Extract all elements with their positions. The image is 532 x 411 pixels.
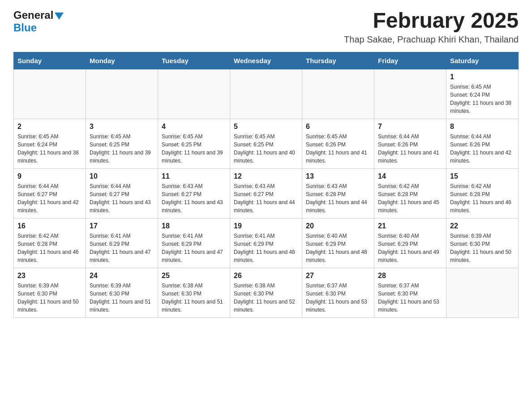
column-header-wednesday: Wednesday xyxy=(230,52,302,69)
calendar-cell: 18Sunrise: 6:41 AM Sunset: 6:29 PM Dayli… xyxy=(158,218,230,268)
calendar-cell: 12Sunrise: 6:43 AM Sunset: 6:27 PM Dayli… xyxy=(230,168,302,218)
day-info: Sunrise: 6:45 AM Sunset: 6:26 PM Dayligh… xyxy=(306,133,370,165)
day-number: 21 xyxy=(378,222,442,230)
day-number: 4 xyxy=(162,123,226,131)
calendar-body: 1Sunrise: 6:45 AM Sunset: 6:24 PM Daylig… xyxy=(14,69,519,317)
calendar-cell: 3Sunrise: 6:45 AM Sunset: 6:25 PM Daylig… xyxy=(86,119,158,168)
calendar-cell: 23Sunrise: 6:39 AM Sunset: 6:30 PM Dayli… xyxy=(14,268,86,317)
day-info: Sunrise: 6:42 AM Sunset: 6:28 PM Dayligh… xyxy=(378,182,442,214)
day-info: Sunrise: 6:40 AM Sunset: 6:29 PM Dayligh… xyxy=(378,232,442,264)
day-number: 26 xyxy=(234,272,298,280)
day-number: 27 xyxy=(306,272,370,280)
day-number: 9 xyxy=(17,172,82,180)
calendar-week-row: 16Sunrise: 6:42 AM Sunset: 6:28 PM Dayli… xyxy=(14,218,519,268)
calendar-cell xyxy=(374,69,446,119)
calendar-cell xyxy=(14,69,86,119)
day-info: Sunrise: 6:40 AM Sunset: 6:29 PM Dayligh… xyxy=(306,232,370,264)
column-header-thursday: Thursday xyxy=(302,52,374,69)
column-header-sunday: Sunday xyxy=(14,52,86,69)
calendar-cell: 17Sunrise: 6:41 AM Sunset: 6:29 PM Dayli… xyxy=(86,218,158,268)
calendar-cell: 8Sunrise: 6:44 AM Sunset: 6:26 PM Daylig… xyxy=(446,119,519,168)
calendar-header: SundayMondayTuesdayWednesdayThursdayFrid… xyxy=(14,52,519,69)
calendar-cell: 1Sunrise: 6:45 AM Sunset: 6:24 PM Daylig… xyxy=(446,69,519,119)
calendar-cell: 24Sunrise: 6:39 AM Sunset: 6:30 PM Dayli… xyxy=(86,268,158,317)
calendar-cell: 19Sunrise: 6:41 AM Sunset: 6:29 PM Dayli… xyxy=(230,218,302,268)
page-header: General Blue February 2025 Thap Sakae, P… xyxy=(13,9,519,45)
day-number: 12 xyxy=(234,172,298,180)
calendar-cell: 22Sunrise: 6:39 AM Sunset: 6:30 PM Dayli… xyxy=(446,218,519,268)
day-number: 25 xyxy=(162,272,226,280)
day-number: 20 xyxy=(306,222,370,230)
calendar-cell xyxy=(86,69,158,119)
calendar-subtitle: Thap Sakae, Prachuap Khiri Khan, Thailan… xyxy=(344,34,519,45)
day-info: Sunrise: 6:44 AM Sunset: 6:27 PM Dayligh… xyxy=(17,182,82,214)
day-info: Sunrise: 6:41 AM Sunset: 6:29 PM Dayligh… xyxy=(234,232,298,264)
calendar-cell: 15Sunrise: 6:42 AM Sunset: 6:28 PM Dayli… xyxy=(446,168,519,218)
calendar-cell: 5Sunrise: 6:45 AM Sunset: 6:25 PM Daylig… xyxy=(230,119,302,168)
day-info: Sunrise: 6:43 AM Sunset: 6:27 PM Dayligh… xyxy=(234,182,298,214)
calendar-cell xyxy=(158,69,230,119)
calendar-cell: 9Sunrise: 6:44 AM Sunset: 6:27 PM Daylig… xyxy=(14,168,86,218)
title-block: February 2025 Thap Sakae, Prachuap Khiri… xyxy=(344,9,519,45)
calendar-cell xyxy=(302,69,374,119)
day-number: 6 xyxy=(306,123,370,131)
calendar-table: SundayMondayTuesdayWednesdayThursdayFrid… xyxy=(13,52,519,318)
day-info: Sunrise: 6:41 AM Sunset: 6:29 PM Dayligh… xyxy=(162,232,226,264)
column-header-saturday: Saturday xyxy=(446,52,519,69)
day-number: 15 xyxy=(450,172,515,180)
day-number: 1 xyxy=(450,73,515,81)
day-info: Sunrise: 6:45 AM Sunset: 6:25 PM Dayligh… xyxy=(162,133,226,165)
day-info: Sunrise: 6:45 AM Sunset: 6:25 PM Dayligh… xyxy=(90,133,154,165)
day-info: Sunrise: 6:42 AM Sunset: 6:28 PM Dayligh… xyxy=(450,182,515,214)
day-info: Sunrise: 6:45 AM Sunset: 6:24 PM Dayligh… xyxy=(450,83,515,115)
header-row: SundayMondayTuesdayWednesdayThursdayFrid… xyxy=(14,52,519,69)
column-header-friday: Friday xyxy=(374,52,446,69)
calendar-title: February 2025 xyxy=(344,9,519,33)
calendar-week-row: 1Sunrise: 6:45 AM Sunset: 6:24 PM Daylig… xyxy=(14,69,519,119)
logo: General Blue xyxy=(13,9,64,34)
day-number: 17 xyxy=(90,222,154,230)
day-info: Sunrise: 6:45 AM Sunset: 6:25 PM Dayligh… xyxy=(234,133,298,165)
column-header-monday: Monday xyxy=(86,52,158,69)
calendar-week-row: 2Sunrise: 6:45 AM Sunset: 6:24 PM Daylig… xyxy=(14,119,519,168)
calendar-cell xyxy=(446,268,519,317)
day-info: Sunrise: 6:39 AM Sunset: 6:30 PM Dayligh… xyxy=(450,232,515,264)
calendar-cell: 16Sunrise: 6:42 AM Sunset: 6:28 PM Dayli… xyxy=(14,218,86,268)
calendar-cell: 11Sunrise: 6:43 AM Sunset: 6:27 PM Dayli… xyxy=(158,168,230,218)
day-info: Sunrise: 6:43 AM Sunset: 6:28 PM Dayligh… xyxy=(306,182,370,214)
day-info: Sunrise: 6:39 AM Sunset: 6:30 PM Dayligh… xyxy=(90,282,154,314)
day-number: 18 xyxy=(162,222,226,230)
calendar-cell: 10Sunrise: 6:44 AM Sunset: 6:27 PM Dayli… xyxy=(86,168,158,218)
day-number: 28 xyxy=(378,272,442,280)
day-number: 11 xyxy=(162,172,226,180)
column-header-tuesday: Tuesday xyxy=(158,52,230,69)
day-info: Sunrise: 6:38 AM Sunset: 6:30 PM Dayligh… xyxy=(234,282,298,314)
logo-blue-text: Blue xyxy=(13,21,37,34)
day-number: 16 xyxy=(17,222,82,230)
day-number: 24 xyxy=(90,272,154,280)
day-number: 3 xyxy=(90,123,154,131)
day-info: Sunrise: 6:42 AM Sunset: 6:28 PM Dayligh… xyxy=(17,232,82,264)
calendar-cell: 2Sunrise: 6:45 AM Sunset: 6:24 PM Daylig… xyxy=(14,119,86,168)
calendar-cell: 13Sunrise: 6:43 AM Sunset: 6:28 PM Dayli… xyxy=(302,168,374,218)
logo-general-text: General xyxy=(13,9,53,21)
day-number: 8 xyxy=(450,123,515,131)
day-number: 5 xyxy=(234,123,298,131)
day-number: 13 xyxy=(306,172,370,180)
logo-triangle-icon xyxy=(55,13,64,20)
day-info: Sunrise: 6:45 AM Sunset: 6:24 PM Dayligh… xyxy=(17,133,82,165)
calendar-cell: 27Sunrise: 6:37 AM Sunset: 6:30 PM Dayli… xyxy=(302,268,374,317)
calendar-cell: 7Sunrise: 6:44 AM Sunset: 6:26 PM Daylig… xyxy=(374,119,446,168)
calendar-cell xyxy=(230,69,302,119)
calendar-cell: 14Sunrise: 6:42 AM Sunset: 6:28 PM Dayli… xyxy=(374,168,446,218)
day-info: Sunrise: 6:41 AM Sunset: 6:29 PM Dayligh… xyxy=(90,232,154,264)
calendar-week-row: 23Sunrise: 6:39 AM Sunset: 6:30 PM Dayli… xyxy=(14,268,519,317)
day-info: Sunrise: 6:44 AM Sunset: 6:26 PM Dayligh… xyxy=(450,133,515,165)
day-info: Sunrise: 6:44 AM Sunset: 6:26 PM Dayligh… xyxy=(378,133,442,165)
day-info: Sunrise: 6:44 AM Sunset: 6:27 PM Dayligh… xyxy=(90,182,154,214)
calendar-cell: 21Sunrise: 6:40 AM Sunset: 6:29 PM Dayli… xyxy=(374,218,446,268)
day-info: Sunrise: 6:37 AM Sunset: 6:30 PM Dayligh… xyxy=(378,282,442,314)
calendar-cell: 28Sunrise: 6:37 AM Sunset: 6:30 PM Dayli… xyxy=(374,268,446,317)
calendar-cell: 6Sunrise: 6:45 AM Sunset: 6:26 PM Daylig… xyxy=(302,119,374,168)
day-number: 10 xyxy=(90,172,154,180)
